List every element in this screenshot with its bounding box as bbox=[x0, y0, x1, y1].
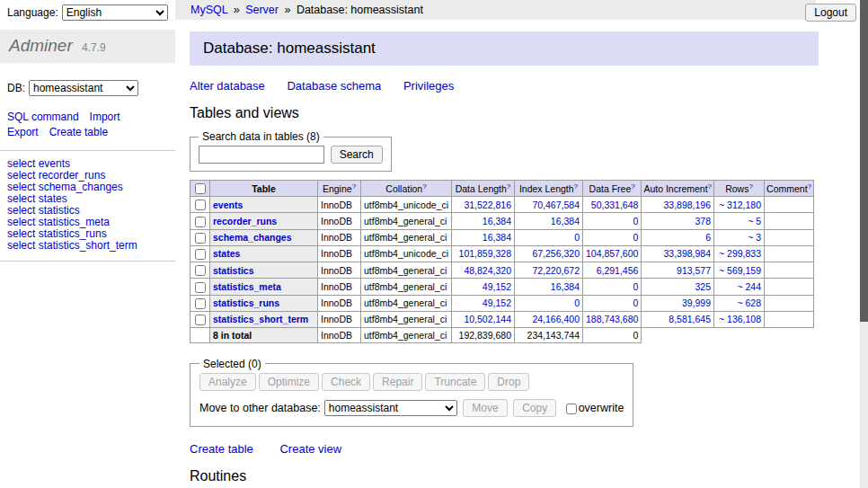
row-checkbox[interactable] bbox=[195, 282, 206, 293]
data-length-link[interactable]: 31,522,816 bbox=[464, 200, 511, 210]
table-name-link[interactable]: statistics_short_term bbox=[213, 314, 308, 324]
index-length-link[interactable]: 70,467,584 bbox=[532, 200, 580, 210]
sidebar-table-link[interactable]: select states bbox=[7, 193, 168, 205]
help-link[interactable]: ? bbox=[352, 182, 356, 190]
create-view-link[interactable]: Create view bbox=[279, 442, 341, 456]
data-length-link[interactable]: 49,152 bbox=[483, 281, 511, 292]
logout-button[interactable]: Logout bbox=[805, 4, 856, 22]
create-table-bottom-link[interactable]: Create table bbox=[190, 442, 253, 456]
help-link[interactable]: ? bbox=[748, 182, 752, 190]
data-length-link[interactable]: 49,152 bbox=[483, 297, 511, 308]
create-table-link[interactable]: Create table bbox=[49, 126, 108, 138]
privileges-link[interactable]: Privileges bbox=[403, 79, 454, 93]
auto-increment-link[interactable]: 913,577 bbox=[677, 265, 711, 276]
help-link[interactable]: ? bbox=[808, 182, 811, 190]
index-length-link[interactable]: 0 bbox=[574, 297, 580, 308]
data-length-link[interactable]: 48,824,320 bbox=[464, 265, 511, 276]
language-select[interactable]: English bbox=[62, 4, 168, 21]
data-length-link[interactable]: 16,384 bbox=[483, 232, 511, 243]
move-db-select[interactable]: homeassistant bbox=[324, 400, 457, 416]
help-link[interactable]: ? bbox=[422, 182, 426, 190]
sidebar-table-link[interactable]: select statistics_meta bbox=[7, 217, 168, 228]
help-link[interactable]: ? bbox=[631, 182, 634, 190]
auto-increment-link[interactable]: 33,898,196 bbox=[663, 200, 711, 210]
data-free-link[interactable]: 104,857,600 bbox=[586, 248, 638, 259]
bulk-action-button[interactable]: Truncate bbox=[425, 373, 485, 391]
sidebar-table-link[interactable]: select statistics_short_term bbox=[7, 240, 168, 252]
table-name-link[interactable]: statistics_meta bbox=[213, 281, 281, 292]
bulk-action-button[interactable]: Check bbox=[322, 373, 370, 391]
rows-count-link[interactable]: ~ 312,180 bbox=[719, 200, 761, 210]
data-length-link[interactable]: 10,502,144 bbox=[464, 314, 511, 324]
search-input[interactable] bbox=[199, 146, 324, 164]
rows-count-link[interactable]: ~ 244 bbox=[737, 281, 761, 292]
data-free-link[interactable]: 0 bbox=[633, 281, 639, 292]
row-checkbox[interactable] bbox=[195, 265, 206, 276]
data-free-link[interactable]: 188,743,680 bbox=[586, 314, 638, 324]
rows-count-link[interactable]: ~ 569,159 bbox=[719, 265, 761, 276]
index-length-link[interactable]: 0 bbox=[574, 232, 580, 243]
sidebar-table-link[interactable]: select statistics_runs bbox=[7, 228, 168, 240]
table-name-link[interactable]: schema_changes bbox=[213, 232, 292, 243]
row-checkbox[interactable] bbox=[195, 217, 206, 227]
bulk-action-button[interactable]: Optimize bbox=[259, 373, 319, 391]
import-link[interactable]: Import bbox=[90, 111, 120, 123]
auto-increment-link[interactable]: 8,581,645 bbox=[669, 314, 711, 324]
auto-increment-link[interactable]: 325 bbox=[695, 281, 712, 292]
row-checkbox[interactable] bbox=[195, 298, 206, 309]
bulk-action-button[interactable]: Analyze bbox=[199, 373, 256, 391]
help-link[interactable]: ? bbox=[574, 182, 578, 190]
rows-count-link[interactable]: ~ 299,833 bbox=[719, 248, 761, 259]
db-select[interactable]: homeassistant bbox=[29, 80, 138, 96]
rows-count-link[interactable]: ~ 628 bbox=[737, 297, 761, 308]
adminer-logo[interactable]: Adminer bbox=[9, 36, 73, 55]
help-link[interactable]: ? bbox=[708, 182, 712, 190]
auto-increment-link[interactable]: 33,398,984 bbox=[663, 248, 711, 259]
search-button[interactable]: Search bbox=[331, 146, 383, 164]
index-length-link[interactable]: 16,384 bbox=[551, 281, 580, 292]
sidebar-table-link[interactable]: select schema_changes bbox=[7, 182, 168, 193]
table-name-link[interactable]: statistics bbox=[213, 265, 254, 276]
data-free-link[interactable]: 0 bbox=[633, 216, 639, 226]
bulk-action-button[interactable]: Drop bbox=[488, 373, 529, 391]
rows-count-link[interactable]: ~ 5 bbox=[748, 216, 761, 226]
breadcrumb-server-link[interactable]: Server bbox=[245, 4, 279, 16]
data-length-link[interactable]: 16,384 bbox=[483, 216, 511, 226]
row-checkbox[interactable] bbox=[195, 233, 206, 244]
breadcrumb-mysql-link[interactable]: MySQL bbox=[190, 4, 227, 16]
index-length-link[interactable]: 16,384 bbox=[551, 216, 580, 226]
app-version[interactable]: 4.7.9 bbox=[82, 41, 106, 54]
rows-count-link[interactable]: ~ 136,108 bbox=[719, 314, 761, 324]
sidebar-table-link[interactable]: select recorder_runs bbox=[7, 170, 168, 182]
select-all-checkbox[interactable] bbox=[195, 183, 206, 194]
scrollbar-thumb[interactable] bbox=[860, 0, 868, 322]
sql-command-link[interactable]: SQL command bbox=[7, 111, 79, 123]
sidebar-table-link[interactable]: select statistics bbox=[7, 205, 168, 217]
move-button[interactable]: Move bbox=[463, 399, 507, 417]
row-checkbox[interactable] bbox=[195, 315, 206, 325]
vertical-scrollbar[interactable] bbox=[860, 0, 868, 488]
data-free-link[interactable]: 50,331,648 bbox=[591, 200, 639, 210]
table-name-link[interactable]: recorder_runs bbox=[213, 216, 277, 226]
copy-button[interactable]: Copy bbox=[513, 399, 556, 417]
auto-increment-link[interactable]: 39,999 bbox=[682, 297, 711, 308]
data-free-link[interactable]: 6,291,456 bbox=[597, 265, 639, 276]
data-length-link[interactable]: 101,859,328 bbox=[459, 248, 511, 259]
auto-increment-link[interactable]: 378 bbox=[695, 216, 712, 226]
row-checkbox[interactable] bbox=[195, 200, 206, 210]
table-name-link[interactable]: statistics_runs bbox=[213, 297, 279, 308]
auto-increment-link[interactable]: 6 bbox=[705, 232, 711, 243]
rows-count-link[interactable]: ~ 3 bbox=[748, 232, 761, 243]
index-length-link[interactable]: 72,220,672 bbox=[532, 265, 580, 276]
index-length-link[interactable]: 67,256,320 bbox=[532, 248, 580, 259]
row-checkbox[interactable] bbox=[195, 249, 206, 260]
data-free-link[interactable]: 0 bbox=[633, 297, 639, 308]
data-free-link[interactable]: 0 bbox=[633, 232, 639, 243]
export-link[interactable]: Export bbox=[7, 126, 39, 138]
table-name-link[interactable]: events bbox=[213, 200, 243, 210]
database-schema-link[interactable]: Database schema bbox=[287, 79, 381, 93]
bulk-action-button[interactable]: Repair bbox=[373, 373, 422, 391]
sidebar-table-link[interactable]: select events bbox=[7, 158, 168, 170]
help-link[interactable]: ? bbox=[507, 182, 510, 190]
index-length-link[interactable]: 24,166,400 bbox=[532, 314, 580, 324]
